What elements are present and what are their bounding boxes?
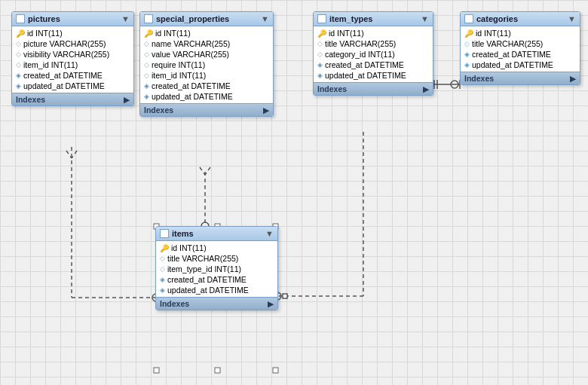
table-row: ◇ category_id INT(11) <box>314 49 433 60</box>
field-text: id INT(11) <box>27 29 63 38</box>
table-footer-cat[interactable]: Indexes ▶ <box>461 72 580 84</box>
table-footer-it[interactable]: Indexes ▶ <box>314 82 433 95</box>
svg-line-3 <box>72 151 77 158</box>
dropdown-icon-pictures[interactable]: ▼ <box>121 14 130 23</box>
field-text: require INT(11) <box>152 60 205 69</box>
table-row: ◇ value VARCHAR(255) <box>140 49 273 60</box>
table-row: 🔑 id INT(11) <box>461 28 580 38</box>
footer-arrow-icon: ▶ <box>124 96 130 104</box>
table-row: ◈ updated_at DATETIME <box>314 70 433 81</box>
table-row: ◇ title VARCHAR(255) <box>461 38 580 49</box>
footer-label: Indexes <box>464 74 494 83</box>
field-text: created_at DATETIME <box>325 60 404 69</box>
table-row: ◈ updated_at DATETIME <box>140 91 273 102</box>
table-header-item-types[interactable]: item_types ▼ <box>314 12 433 26</box>
diamond-filled-icon: ◈ <box>464 61 470 69</box>
table-row: 🔑 id INT(11) <box>140 28 273 38</box>
svg-rect-22 <box>215 368 220 373</box>
table-header-categories[interactable]: categories ▼ <box>461 12 580 26</box>
table-special-properties[interactable]: special_properties ▼ 🔑 id INT(11) ◇ name… <box>139 11 274 117</box>
field-text: id INT(11) <box>329 29 364 38</box>
footer-label: Indexes <box>317 84 347 93</box>
field-text: title VARCHAR(255) <box>325 39 396 48</box>
table-header-items[interactable]: items ▼ <box>156 227 277 241</box>
field-text: updated_at DATETIME <box>23 81 105 90</box>
diamond-filled-icon: ◈ <box>160 276 165 283</box>
key-icon: 🔑 <box>317 29 326 38</box>
diamond-icon: ◇ <box>160 265 165 273</box>
table-header-special-properties[interactable]: special_properties ▼ <box>140 12 273 26</box>
table-row: ◈ created_at DATETIME <box>140 81 273 91</box>
table-name-sp: special_properties <box>156 14 229 23</box>
svg-point-16 <box>451 81 458 88</box>
table-row: ◈ updated_at DATETIME <box>12 81 133 91</box>
table-row: ◈ created_at DATETIME <box>156 274 277 285</box>
table-footer-items[interactable]: Indexes ▶ <box>156 297 277 310</box>
table-body-pictures: 🔑 id INT(11) ◇ picture VARCHAR(255) ◇ vi… <box>12 26 133 93</box>
table-row: ◈ updated_at DATETIME <box>461 60 580 70</box>
table-footer-sp[interactable]: Indexes ▶ <box>140 103 273 116</box>
table-row: ◇ require INT(11) <box>140 60 273 70</box>
table-footer-pictures[interactable]: Indexes ▶ <box>12 93 133 105</box>
table-icon-sp <box>144 14 153 23</box>
table-body-cat: 🔑 id INT(11) ◇ title VARCHAR(255) ◈ crea… <box>461 26 580 72</box>
field-text: updated_at DATETIME <box>152 92 233 101</box>
field-text: created_at DATETIME <box>23 71 103 80</box>
field-text: created_at DATETIME <box>152 81 231 90</box>
field-text: id INT(11) <box>476 29 511 38</box>
diamond-filled-icon: ◈ <box>160 286 165 294</box>
svg-rect-23 <box>273 368 278 373</box>
table-body-it: 🔑 id INT(11) ◇ title VARCHAR(255) ◇ cate… <box>314 26 433 82</box>
table-row: ◇ name VARCHAR(255) <box>140 38 273 49</box>
footer-arrow-icon: ▶ <box>423 85 429 93</box>
field-text: id INT(11) <box>171 243 207 252</box>
diamond-icon: ◇ <box>464 40 470 47</box>
table-icon-cat <box>464 14 473 23</box>
diamond-icon: ◇ <box>317 50 323 58</box>
table-row: ◈ created_at DATETIME <box>12 70 133 81</box>
field-text: updated_at DATETIME <box>472 60 553 69</box>
field-text: id INT(11) <box>155 29 191 38</box>
table-items[interactable]: items ▼ 🔑 id INT(11) ◇ title VARCHAR(255… <box>155 226 278 310</box>
diamond-filled-icon: ◈ <box>144 82 149 90</box>
svg-rect-21 <box>154 368 159 373</box>
field-text: item_id INT(11) <box>152 71 206 80</box>
table-row: ◇ title VARCHAR(255) <box>156 253 277 264</box>
table-name-items: items <box>172 229 194 238</box>
field-text: title VARCHAR(255) <box>167 254 238 263</box>
dropdown-icon-sp[interactable]: ▼ <box>261 14 269 23</box>
diamond-filled-icon: ◈ <box>16 72 21 79</box>
table-pictures[interactable]: pictures ▼ 🔑 id INT(11) ◇ picture VARCHA… <box>11 11 134 106</box>
table-name-it: item_types <box>329 14 372 23</box>
field-text: visibility VARCHAR(255) <box>23 50 109 59</box>
table-row: ◇ item_id INT(11) <box>140 70 273 81</box>
diamond-icon: ◇ <box>160 255 165 262</box>
footer-arrow-icon: ▶ <box>263 106 269 115</box>
dropdown-icon-it[interactable]: ▼ <box>421 14 429 23</box>
footer-arrow-icon: ▶ <box>570 75 576 83</box>
table-name-cat: categories <box>476 14 518 23</box>
table-row: ◈ updated_at DATETIME <box>156 285 277 295</box>
table-body-items: 🔑 id INT(11) ◇ title VARCHAR(255) ◇ item… <box>156 241 277 297</box>
table-row: ◇ title VARCHAR(255) <box>314 38 433 49</box>
field-text: updated_at DATETIME <box>167 286 249 295</box>
diamond-icon: ◇ <box>144 72 149 79</box>
table-header-pictures[interactable]: pictures ▼ <box>12 12 133 26</box>
table-row: ◇ item_id INT(11) <box>12 60 133 70</box>
table-categories[interactable]: categories ▼ 🔑 id INT(11) ◇ title VARCHA… <box>460 11 580 85</box>
diamond-filled-icon: ◈ <box>144 93 149 100</box>
field-text: category_id INT(11) <box>325 50 395 59</box>
table-row: ◇ item_type_id INT(11) <box>156 264 277 274</box>
dropdown-icon-cat[interactable]: ▼ <box>568 14 576 23</box>
diamond-icon: ◇ <box>16 50 21 58</box>
diamond-icon: ◇ <box>144 40 149 47</box>
table-row: 🔑 id INT(11) <box>156 243 277 253</box>
table-item-types[interactable]: item_types ▼ 🔑 id INT(11) ◇ title VARCHA… <box>313 11 433 96</box>
key-icon: 🔑 <box>160 244 169 252</box>
footer-label: Indexes <box>16 95 45 104</box>
field-text: name VARCHAR(255) <box>152 39 230 48</box>
field-text: title VARCHAR(255) <box>472 39 543 48</box>
table-body-sp: 🔑 id INT(11) ◇ name VARCHAR(255) ◇ value… <box>140 26 273 103</box>
dropdown-icon-items[interactable]: ▼ <box>265 229 274 238</box>
table-icon-it <box>317 14 326 23</box>
